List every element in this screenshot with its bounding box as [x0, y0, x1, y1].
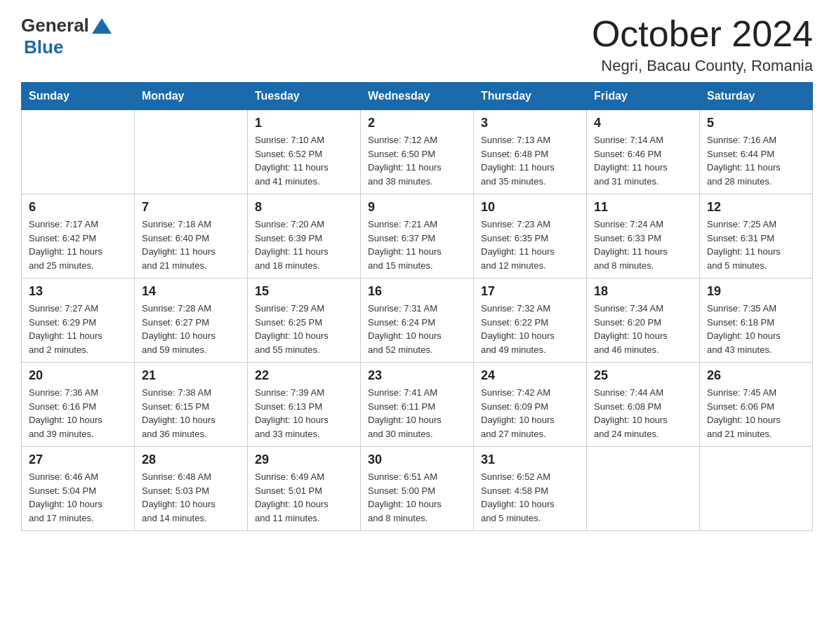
calendar-cell: 26Sunrise: 7:45 AM Sunset: 6:06 PM Dayli…: [700, 363, 813, 447]
day-info: Sunrise: 7:21 AM Sunset: 6:37 PM Dayligh…: [368, 217, 466, 272]
day-number: 26: [707, 368, 805, 383]
day-number: 28: [142, 452, 240, 467]
calendar-cell: 29Sunrise: 6:49 AM Sunset: 5:01 PM Dayli…: [248, 447, 361, 531]
day-number: 10: [481, 200, 579, 215]
day-number: 29: [255, 452, 353, 467]
calendar-cell: 13Sunrise: 7:27 AM Sunset: 6:29 PM Dayli…: [22, 279, 135, 363]
calendar-week-row: 27Sunrise: 6:46 AM Sunset: 5:04 PM Dayli…: [22, 447, 813, 531]
day-number: 14: [142, 284, 240, 299]
day-info: Sunrise: 7:35 AM Sunset: 6:18 PM Dayligh…: [707, 302, 805, 356]
day-info: Sunrise: 7:23 AM Sunset: 6:35 PM Dayligh…: [481, 217, 579, 272]
page-header: General Blue October 2024 Negri, Bacau C…: [21, 14, 813, 75]
title-area: October 2024 Negri, Bacau County, Romani…: [592, 14, 813, 75]
day-info: Sunrise: 6:52 AM Sunset: 4:58 PM Dayligh…: [481, 470, 579, 525]
calendar-table: SundayMondayTuesdayWednesdayThursdayFrid…: [21, 82, 813, 531]
col-header-sunday: Sunday: [22, 83, 135, 110]
calendar-cell: 3Sunrise: 7:13 AM Sunset: 6:48 PM Daylig…: [474, 110, 587, 194]
day-number: 24: [481, 368, 579, 383]
day-info: Sunrise: 7:18 AM Sunset: 6:40 PM Dayligh…: [142, 217, 240, 272]
calendar-cell: 31Sunrise: 6:52 AM Sunset: 4:58 PM Dayli…: [474, 447, 587, 531]
col-header-friday: Friday: [587, 83, 700, 110]
calendar-cell: 5Sunrise: 7:16 AM Sunset: 6:44 PM Daylig…: [700, 110, 813, 194]
day-info: Sunrise: 7:25 AM Sunset: 6:31 PM Dayligh…: [707, 217, 805, 272]
location-title: Negri, Bacau County, Romania: [592, 57, 813, 75]
day-info: Sunrise: 6:49 AM Sunset: 5:01 PM Dayligh…: [255, 470, 353, 525]
day-info: Sunrise: 7:38 AM Sunset: 6:15 PM Dayligh…: [142, 386, 240, 441]
calendar-cell: 22Sunrise: 7:39 AM Sunset: 6:13 PM Dayli…: [248, 363, 361, 447]
calendar-cell: 19Sunrise: 7:35 AM Sunset: 6:18 PM Dayli…: [700, 279, 813, 363]
calendar-cell: 1Sunrise: 7:10 AM Sunset: 6:52 PM Daylig…: [248, 110, 361, 194]
calendar-header-row: SundayMondayTuesdayWednesdayThursdayFrid…: [22, 83, 813, 110]
calendar-cell: 2Sunrise: 7:12 AM Sunset: 6:50 PM Daylig…: [361, 110, 474, 194]
calendar-cell: 23Sunrise: 7:41 AM Sunset: 6:11 PM Dayli…: [361, 363, 474, 447]
logo-blue-text: Blue: [24, 36, 63, 58]
col-header-thursday: Thursday: [474, 83, 587, 110]
calendar-week-row: 20Sunrise: 7:36 AM Sunset: 6:16 PM Dayli…: [22, 363, 813, 447]
calendar-cell: 28Sunrise: 6:48 AM Sunset: 5:03 PM Dayli…: [135, 447, 248, 531]
calendar-cell: 12Sunrise: 7:25 AM Sunset: 6:31 PM Dayli…: [700, 194, 813, 279]
day-info: Sunrise: 7:28 AM Sunset: 6:27 PM Dayligh…: [142, 302, 240, 356]
day-number: 2: [368, 116, 466, 130]
svg-marker-0: [92, 18, 112, 34]
day-number: 1: [255, 116, 353, 130]
day-number: 3: [481, 116, 579, 130]
day-number: 27: [29, 452, 127, 467]
month-title: October 2024: [592, 14, 813, 54]
calendar-week-row: 13Sunrise: 7:27 AM Sunset: 6:29 PM Dayli…: [22, 279, 813, 363]
day-info: Sunrise: 7:36 AM Sunset: 6:16 PM Dayligh…: [29, 386, 127, 441]
day-number: 13: [29, 284, 127, 299]
calendar-cell: [22, 110, 135, 194]
day-info: Sunrise: 6:48 AM Sunset: 5:03 PM Dayligh…: [142, 470, 240, 525]
calendar-cell: 24Sunrise: 7:42 AM Sunset: 6:09 PM Dayli…: [474, 363, 587, 447]
day-info: Sunrise: 7:41 AM Sunset: 6:11 PM Dayligh…: [368, 386, 466, 441]
day-info: Sunrise: 7:42 AM Sunset: 6:09 PM Dayligh…: [481, 386, 579, 441]
calendar-cell: 20Sunrise: 7:36 AM Sunset: 6:16 PM Dayli…: [22, 363, 135, 447]
day-info: Sunrise: 7:13 AM Sunset: 6:48 PM Dayligh…: [481, 133, 579, 188]
day-info: Sunrise: 7:32 AM Sunset: 6:22 PM Dayligh…: [481, 302, 579, 356]
day-number: 22: [255, 368, 353, 383]
day-number: 12: [707, 200, 805, 215]
calendar-cell: 21Sunrise: 7:38 AM Sunset: 6:15 PM Dayli…: [135, 363, 248, 447]
logo-triangle-icon: [92, 18, 112, 34]
day-info: Sunrise: 7:24 AM Sunset: 6:33 PM Dayligh…: [594, 217, 692, 272]
day-number: 16: [368, 284, 466, 299]
calendar-cell: 8Sunrise: 7:20 AM Sunset: 6:39 PM Daylig…: [248, 194, 361, 279]
calendar-cell: 7Sunrise: 7:18 AM Sunset: 6:40 PM Daylig…: [135, 194, 248, 279]
calendar-cell: 30Sunrise: 6:51 AM Sunset: 5:00 PM Dayli…: [361, 447, 474, 531]
logo-general-text: General: [21, 15, 89, 36]
day-number: 11: [594, 200, 692, 215]
col-header-tuesday: Tuesday: [248, 83, 361, 110]
day-number: 8: [255, 200, 353, 215]
calendar-cell: [587, 447, 700, 531]
col-header-saturday: Saturday: [700, 83, 813, 110]
day-info: Sunrise: 7:44 AM Sunset: 6:08 PM Dayligh…: [594, 386, 692, 441]
day-info: Sunrise: 7:34 AM Sunset: 6:20 PM Dayligh…: [594, 302, 692, 356]
calendar-cell: 17Sunrise: 7:32 AM Sunset: 6:22 PM Dayli…: [474, 279, 587, 363]
day-number: 30: [368, 452, 466, 467]
day-info: Sunrise: 6:51 AM Sunset: 5:00 PM Dayligh…: [368, 470, 466, 525]
calendar-cell: 27Sunrise: 6:46 AM Sunset: 5:04 PM Dayli…: [22, 447, 135, 531]
calendar-cell: [700, 447, 813, 531]
col-header-monday: Monday: [135, 83, 248, 110]
day-number: 5: [707, 116, 805, 130]
day-info: Sunrise: 7:39 AM Sunset: 6:13 PM Dayligh…: [255, 386, 353, 441]
day-number: 9: [368, 200, 466, 215]
day-info: Sunrise: 7:17 AM Sunset: 6:42 PM Dayligh…: [29, 217, 127, 272]
day-number: 23: [368, 368, 466, 383]
calendar-cell: 15Sunrise: 7:29 AM Sunset: 6:25 PM Dayli…: [248, 279, 361, 363]
day-info: Sunrise: 7:29 AM Sunset: 6:25 PM Dayligh…: [255, 302, 353, 356]
calendar-cell: 18Sunrise: 7:34 AM Sunset: 6:20 PM Dayli…: [587, 279, 700, 363]
calendar-cell: [135, 110, 248, 194]
day-info: Sunrise: 7:45 AM Sunset: 6:06 PM Dayligh…: [707, 386, 805, 441]
day-info: Sunrise: 7:20 AM Sunset: 6:39 PM Dayligh…: [255, 217, 353, 272]
calendar-cell: 6Sunrise: 7:17 AM Sunset: 6:42 PM Daylig…: [22, 194, 135, 279]
day-number: 15: [255, 284, 353, 299]
day-number: 17: [481, 284, 579, 299]
calendar-cell: 4Sunrise: 7:14 AM Sunset: 6:46 PM Daylig…: [587, 110, 700, 194]
day-info: Sunrise: 7:10 AM Sunset: 6:52 PM Dayligh…: [255, 133, 353, 188]
day-number: 7: [142, 200, 240, 215]
day-number: 31: [481, 452, 579, 467]
day-number: 18: [594, 284, 692, 299]
day-info: Sunrise: 7:16 AM Sunset: 6:44 PM Dayligh…: [707, 133, 805, 188]
day-info: Sunrise: 7:27 AM Sunset: 6:29 PM Dayligh…: [29, 302, 127, 356]
